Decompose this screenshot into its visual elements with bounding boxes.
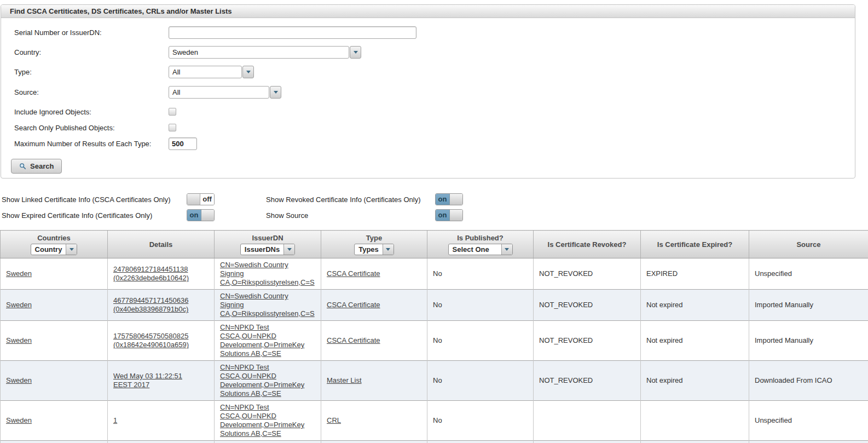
results-body: Sweden 2478069127184451138 (0x2263debde6… [1,258,868,443]
results-table: Countries Country Details IssuerDN Iss [0,230,868,443]
country-filter-select[interactable]: Country [31,244,78,255]
max-results-input[interactable] [169,137,197,150]
chevron-down-icon[interactable] [501,244,512,255]
cell-type: CSCA Certificate [321,321,427,361]
published-value: No [433,376,442,384]
revoked-value: NOT_REVOKED [539,336,593,344]
published-filter-select[interactable]: Select One [448,244,513,255]
show-linked-label: Show Linked Certificate Info (CSCA Certi… [2,195,187,204]
show-source-label: Show Source [266,211,435,220]
type-select[interactable]: All [169,66,254,78]
cell-issuerdn: CN=NPKD Test CSCA,OU=NPKD Development,O=… [215,361,321,401]
cell-published: No [427,290,534,321]
cell-country [1,441,108,443]
revoked-value: NOT_REVOKED [539,376,593,384]
type-link[interactable]: CSCA Certificate [327,301,380,309]
type-link[interactable]: CSCA Certificate [327,336,380,344]
source-select[interactable]: All [169,86,281,99]
col-issuerdn-title: IssuerDN [252,234,283,242]
show-revoked-label: Show Revoked Certificate Info (Certifica… [266,195,435,204]
type-filter-value: Types [355,244,383,255]
country-select[interactable]: Sweden [169,46,361,59]
type-filter-select[interactable]: Types [354,244,394,255]
source-row: Source: All [14,85,281,99]
issuerdn-link[interactable]: CN=Swedish Country Signing CA,O=Rikspoli… [220,261,315,286]
cell-source: Imported Manually [749,290,868,321]
include-ignored-checkbox[interactable] [169,108,176,116]
show-expired-label: Show Expired Certificate Info (Certifica… [2,211,187,220]
published-value: No [433,269,442,278]
col-type-title: Type [366,234,382,242]
cell-issuerdn: CN=NPKD Test CSCA,OU=NPKD Development,O=… [215,321,321,361]
cell-expired: Not expired [641,321,749,361]
toggle-state-label: on [187,210,201,221]
country-row: Country: Sweden [14,45,361,59]
type-link[interactable]: CRL [327,416,341,424]
details-link[interactable]: Wed May 03 11:22:51 EEST 2017 [113,372,182,389]
issuerdn-link[interactable]: CN=NPKD Test CSCA,OU=NPKD Development,O=… [220,363,304,398]
issuerdn-link[interactable]: CN=Swedish Country Signing CA,O=Rikspoli… [220,292,315,318]
col-revoked-title: Is Certificate Revoked? [548,240,627,249]
published-only-checkbox[interactable] [169,124,176,131]
cell-source: Unspecified [749,401,868,441]
cell-source: Downloaded From ICAO [749,361,868,401]
toggle-knob [187,194,200,205]
source-value: Downloaded From ICAO [755,376,832,384]
published-value: No [433,301,442,309]
toggle-knob [449,210,462,221]
cell-revoked: NOT_REVOKED [534,290,641,321]
show-expired-toggle[interactable]: on [187,209,215,221]
country-link[interactable]: Sweden [6,416,32,424]
chevron-down-icon[interactable] [242,66,254,78]
chevron-down-icon[interactable] [270,86,281,99]
issuerdn-filter-select[interactable]: IssuerDNs [240,244,295,255]
issuerdn-link[interactable]: CN=NPKD Test CSCA,OU=NPKD Development,O=… [220,403,304,438]
cell-published [427,441,534,443]
table-row: Sweden 4677894457171450636 (0x40eb383968… [1,290,868,321]
toggle-knob [449,194,462,205]
chevron-down-icon[interactable] [283,244,294,255]
source-value: Imported Manually [755,336,813,344]
revoked-value: NOT_REVOKED [539,301,593,309]
issuerdn-link[interactable]: CN=NPKD Test CSCA,OU=NPKD Development,O=… [220,323,304,358]
country-link[interactable]: Sweden [6,376,32,384]
table-row-partial [1,441,868,443]
expired-value: Not expired [646,301,682,309]
type-link[interactable]: Master List [327,376,362,384]
details-link[interactable]: 4677894457171450636 (0x40eb383968791b0c) [113,296,188,313]
source-label: Source: [14,88,169,96]
country-link[interactable]: Sweden [6,301,32,309]
cell-expired: EXPIRED [641,258,749,290]
country-link[interactable]: Sweden [6,269,32,278]
show-linked-toggle[interactable]: off [187,193,215,205]
cell-expired [641,401,749,441]
cell-source [749,441,868,443]
col-expired-title: Is Certificate Expired? [657,240,732,249]
serial-input[interactable] [169,26,416,39]
issuerdn-filter-value: IssuerDNs [241,244,283,255]
chevron-down-icon[interactable] [383,244,394,255]
col-type: Type Types [321,231,427,258]
include-ignored-row: Include Ignored Objects: [14,105,176,118]
search-button[interactable]: Search [11,159,62,174]
search-icon [19,163,26,170]
cell-published: No [427,258,534,290]
cell-details: Wed May 03 11:22:51 EEST 2017 [108,361,215,401]
source-select-value: All [169,86,269,99]
details-link[interactable]: 1 [113,416,117,424]
show-source-toggle[interactable]: on [435,209,463,221]
show-revoked-toggle[interactable]: on [435,193,463,205]
type-link[interactable]: CSCA Certificate [327,269,380,278]
details-link[interactable]: 2478069127184451138 (0x2263debde6b10642) [113,265,189,282]
cell-country: Sweden [1,290,108,321]
chevron-down-icon[interactable] [66,244,77,255]
cell-type: CRL [321,401,427,441]
search-button-label: Search [30,162,54,170]
cell-revoked: NOT_REVOKED [534,258,641,290]
cell-published: No [427,321,534,361]
source-value: Unspecified [755,269,792,278]
country-link[interactable]: Sweden [6,336,32,344]
toggle-row-1: Show Linked Certificate Info (CSCA Certi… [2,193,463,206]
chevron-down-icon[interactable] [350,46,361,59]
details-link[interactable]: 1757580645750580825 (0x18642e490610a659) [113,332,189,349]
